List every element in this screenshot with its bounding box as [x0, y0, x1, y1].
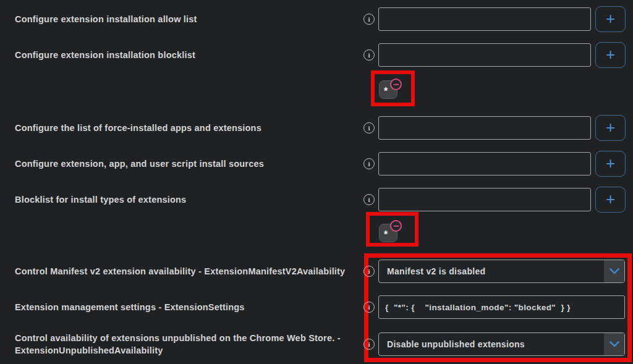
policy-label: Control Manifest v2 extension availabili… [15, 266, 345, 276]
info-icon[interactable]: i [363, 122, 375, 133]
remove-item-button[interactable] [390, 78, 402, 90]
info-glyph: i [368, 160, 370, 167]
unpublished-availability-select[interactable]: Disable unpublished extensions [378, 332, 625, 356]
minus-icon [393, 83, 399, 85]
extension-policy-settings-page: Configure extension installation allow l… [0, 0, 633, 364]
policy-row-blocklist: Configure extension installation blockli… [0, 43, 633, 67]
chevron-down-icon [604, 260, 624, 282]
policy-row-install-types-blocklist: Blocklist for install types of extension… [0, 188, 633, 211]
policy-label: Configure extension installation allow l… [15, 14, 197, 24]
add-item-button[interactable]: + [595, 115, 626, 141]
policy-label: Configure extension, app, and user scrip… [15, 159, 264, 169]
selected-option-label: Disable unpublished extensions [379, 339, 525, 349]
install-sources-input[interactable] [378, 152, 591, 176]
policy-label: Control availability of extensions unpub… [15, 332, 368, 357]
asterisk-value: * [384, 87, 388, 96]
info-glyph: i [368, 341, 370, 348]
policy-row-install-sources: Configure extension, app, and user scrip… [0, 152, 633, 176]
info-icon[interactable]: i [363, 194, 375, 205]
install-types-blocklist-input[interactable] [378, 188, 591, 211]
selected-option-label: Manifest v2 is disabled [379, 266, 485, 276]
policy-row-manifest-v2: Control Manifest v2 extension availabili… [0, 260, 633, 283]
manifest-v2-availability-select[interactable]: Manifest v2 is disabled [378, 260, 625, 283]
info-icon[interactable]: i [363, 339, 375, 350]
info-glyph: i [368, 124, 370, 132]
info-icon[interactable]: i [363, 302, 375, 313]
add-item-button[interactable]: + [595, 42, 626, 68]
info-icon[interactable]: i [363, 14, 375, 25]
policy-row-force-installed: Configure the list of force-installed ap… [0, 116, 633, 140]
add-item-button[interactable]: + [595, 151, 626, 177]
info-glyph: i [368, 268, 370, 275]
info-icon[interactable]: i [363, 158, 375, 169]
chevron-down-icon [604, 333, 624, 355]
policy-label: Blocklist for install types of extension… [15, 195, 186, 205]
info-icon[interactable]: i [363, 49, 375, 61]
policy-label: Configure extension installation blockli… [15, 50, 195, 60]
minus-icon [393, 225, 399, 227]
info-glyph: i [368, 15, 370, 23]
remove-item-button[interactable] [390, 220, 402, 232]
info-glyph: i [368, 51, 370, 59]
add-item-button[interactable]: + [595, 187, 626, 213]
add-item-button[interactable]: + [595, 6, 626, 32]
blocklist-input[interactable] [378, 43, 591, 67]
policy-label: Configure the list of force-installed ap… [15, 123, 261, 133]
info-icon[interactable]: i [363, 266, 375, 277]
policy-row-unpublished-availability: Control availability of extensions unpub… [0, 332, 633, 356]
info-glyph: i [368, 196, 370, 203]
policy-row-allow-list: Configure extension installation allow l… [0, 7, 633, 31]
policy-label: Extension management settings - Extensio… [15, 302, 245, 312]
asterisk-value: * [384, 230, 388, 240]
policy-row-extension-settings: Extension management settings - Extensio… [0, 295, 633, 319]
extension-settings-input[interactable] [378, 295, 625, 319]
force-installed-input[interactable] [378, 116, 591, 140]
allow-list-input[interactable] [378, 7, 591, 31]
info-glyph: i [368, 303, 370, 311]
